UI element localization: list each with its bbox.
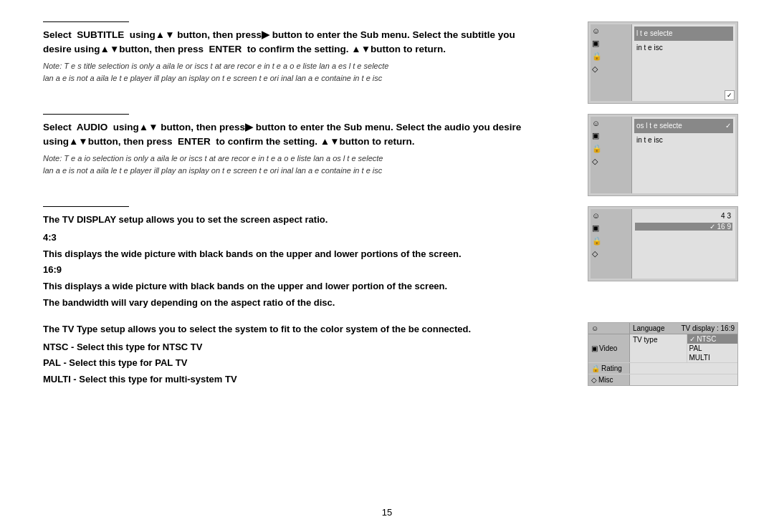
tv-type-ntsc: NTSC - Select this type for NTSC TV [43,340,573,355]
tv-type-text: The TV Type setup allows you to select t… [43,322,588,389]
tv-display-169-desc: This displays a wide picture with black … [43,279,573,294]
subtitle-note1: Note: T e s title selection is only a ai… [43,60,573,73]
tv-type-tvtype-label: TV type [630,334,687,362]
menu-icon-smiley: ☺ [592,26,630,35]
audio-menu-icon-smiley: ☺ [592,119,630,127]
tv-type-intro: The TV Type setup allows you to select t… [43,322,573,337]
menu-icon-misc: ◇ [592,64,630,74]
tv-type-pal: PAL - Select this type for PAL TV [43,356,573,371]
audio-menu-row1: os l t e selecte ✓ [634,119,733,133]
subtitle-label-middle: using▲▼ button, then press▶ button to en… [130,29,515,40]
tv-display-icon-film: ▣ [592,223,630,233]
audio-note2: lan a e is not a aila le t e player ill … [43,165,573,178]
section-subtitle: Select SUBTITLE using▲▼ button, then pre… [43,21,745,104]
section-audio: Select AUDIO using▲▼ button, then press▶… [43,114,745,196]
tv-display-43-label: 4:3 [43,231,573,246]
tv-type-pal-option: PAL [687,344,738,353]
tv-display-43-option: 4 3 [635,212,732,220]
subtitle-menu-row1: l t e selecte [634,26,733,41]
tv-type-film-icon: ▣ Video [588,334,630,362]
audio-menu-icon-film: ▣ [592,131,630,140]
subtitle-text: Select SUBTITLE using▲▼ button, then pre… [43,21,588,104]
tv-display-169-option: ✓ 16 9 [635,223,732,231]
tv-type-header-smiley: ☺ [588,323,630,334]
divider-audio [43,114,129,115]
audio-menu-icon-lock: 🔒 [592,144,630,153]
tv-display-icon-lock: 🔒 [592,236,630,246]
tv-type-rating-content [630,363,737,374]
divider-tv-display [43,206,129,207]
tv-type-multi: MULTI - Select this type for multi-syste… [43,372,573,387]
tv-display-intro: The TV DISPLAY setup allows you to set t… [43,213,573,228]
tv-type-multi-option: MULTI [687,353,738,362]
tv-display-bandwidth: The bandwidth will vary depending on the… [43,296,573,311]
audio-note1: Note: T e a io selection is only a aila … [43,153,573,165]
audio-label-audio: AUDIO [77,122,108,132]
page-number: 15 [382,507,392,518]
subtitle-menu-image: ☺ ▣ 🔒 ◇ l t e selecte in t e isc ✓ [588,21,745,104]
subtitle-label-select: Select [43,29,72,40]
tv-type-menu-image: ☺ Language TV display : 16:9 ▣ Video [588,322,745,389]
page-container: Select SUBTITLE using▲▼ button, then pre… [0,0,774,532]
tv-type-misc-icon: ◇ Misc [588,374,630,385]
audio-label-middle: using▲▼ button, then press▶ button to en… [113,122,522,132]
section-tv-display: The TV DISPLAY setup allows you to set t… [43,206,745,312]
tv-type-misc-content [630,374,737,385]
tv-display-icon-misc: ◇ [592,249,630,258]
tv-type-lock-icon: 🔒 Rating [588,363,630,374]
menu-icon-lock: 🔒 [592,52,630,61]
tv-display-icon-smiley: ☺ [592,211,630,220]
subtitle-label-line2: desire using▲▼button, then press ENTER t… [43,44,446,54]
subtitle-checkmark: ✓ [725,90,735,100]
audio-menu-row2: in t e isc [634,133,733,147]
audio-label-line2: using▲▼button, then press ENTER to confi… [43,136,414,147]
tv-display-menu-image: ☺ ▣ 🔒 ◇ 4 3 ✓ 16 9 [588,206,745,312]
divider-subtitle [43,21,129,22]
subtitle-note2: lan a e is not a aila le t e player ill … [43,72,573,85]
menu-icon-film: ▣ [592,39,630,48]
subtitle-label-subtitle: SUBTITLE [77,29,124,40]
audio-text: Select AUDIO using▲▼ button, then press▶… [43,114,588,196]
audio-menu-icon-misc: ◇ [592,157,630,166]
tv-type-header-language: Language TV display : 16:9 [630,323,737,334]
section-tv-type: The TV Type setup allows you to select t… [43,322,745,389]
tv-display-169-label: 16:9 [43,263,573,278]
subtitle-instruction: Select SUBTITLE using▲▼ button, then pre… [43,28,573,57]
audio-instruction: Select AUDIO using▲▼ button, then press▶… [43,120,573,150]
tv-display-43-desc: This displays the wide picture with blac… [43,247,573,262]
subtitle-menu-row2: in t e isc [634,41,733,55]
tv-type-ntsc-option: ✓ NTSC [687,334,738,344]
tv-display-text: The TV DISPLAY setup allows you to set t… [43,206,588,312]
audio-label-select: Select [43,122,72,132]
audio-menu-image: ☺ ▣ 🔒 ◇ os l t e selecte ✓ in t e isc [588,114,745,196]
